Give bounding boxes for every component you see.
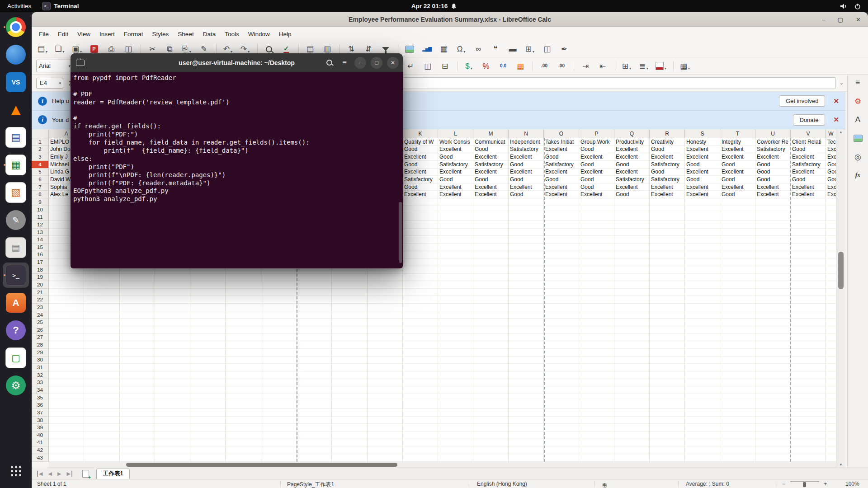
cell-A39[interactable]: [49, 424, 84, 432]
cell-Q1[interactable]: Productivity: [614, 138, 650, 146]
cell-I21[interactable]: [332, 289, 367, 296]
cell-A32[interactable]: [49, 371, 84, 379]
cell-M43[interactable]: [473, 454, 509, 462]
cell-V22[interactable]: [791, 296, 826, 304]
cell-W27[interactable]: [826, 334, 836, 342]
cell-M11[interactable]: [473, 213, 509, 221]
cell-O33[interactable]: [544, 379, 579, 387]
cell-M33[interactable]: [473, 379, 509, 387]
cell-N3[interactable]: Excellent: [509, 153, 544, 161]
cell-U32[interactable]: [755, 371, 791, 379]
search-icon[interactable]: [324, 57, 335, 68]
zoom-level-label[interactable]: 100%: [845, 481, 859, 487]
cell-U36[interactable]: [755, 401, 791, 409]
cell-F21[interactable]: [226, 289, 261, 296]
cell-L28[interactable]: [438, 341, 473, 349]
cell-A36[interactable]: [49, 401, 84, 409]
cell-P25[interactable]: [579, 319, 614, 326]
wrap-text-icon[interactable]: ↵: [404, 60, 417, 72]
cell-S35[interactable]: [685, 394, 720, 402]
cell-T15[interactable]: [720, 244, 755, 251]
row-header-15[interactable]: 15: [32, 244, 49, 251]
cell-Q12[interactable]: [614, 221, 650, 229]
cell-U27[interactable]: [755, 334, 791, 342]
row-header-10[interactable]: 10: [32, 206, 49, 214]
cell-M35[interactable]: [473, 394, 509, 402]
cell-Q39[interactable]: [614, 424, 650, 432]
cell-K14[interactable]: [403, 236, 438, 244]
cell-M27[interactable]: [473, 334, 509, 342]
cell-P5[interactable]: Excellent: [579, 169, 614, 176]
cell-L10[interactable]: [438, 206, 473, 214]
cell-E19[interactable]: [190, 274, 226, 282]
row-header-30[interactable]: 30: [32, 357, 49, 364]
cell-F33[interactable]: [226, 379, 261, 387]
cell-N28[interactable]: [509, 341, 544, 349]
cell-W30[interactable]: [826, 357, 836, 364]
cell-G20[interactable]: [261, 281, 297, 289]
cell-Q17[interactable]: [614, 258, 650, 266]
system-tray[interactable]: [840, 3, 868, 9]
cell-P37[interactable]: [579, 409, 614, 417]
cell-P23[interactable]: [579, 304, 614, 311]
cell-I29[interactable]: [332, 349, 367, 357]
cell-F28[interactable]: [226, 341, 261, 349]
cell-M40[interactable]: [473, 432, 509, 439]
cell-Q30[interactable]: [614, 357, 650, 364]
next-sheet-icon[interactable]: ▶: [57, 471, 61, 477]
cell-H31[interactable]: [297, 364, 332, 371]
sheet-tab-active[interactable]: 工作表1: [96, 469, 130, 479]
cell-P38[interactable]: [579, 417, 614, 424]
show-draw-functions-icon[interactable]: ✒: [558, 43, 571, 55]
cell-V37[interactable]: [791, 409, 826, 417]
menu-window[interactable]: Window: [244, 29, 274, 39]
column-header-U[interactable]: U: [755, 129, 791, 138]
cell-W29[interactable]: [826, 349, 836, 357]
cell-S30[interactable]: [685, 357, 720, 364]
cell-M26[interactable]: [473, 326, 509, 334]
cell-M29[interactable]: [473, 349, 509, 357]
cell-A22[interactable]: [49, 296, 84, 304]
cell-R24[interactable]: [650, 311, 685, 319]
cell-L2[interactable]: Excellent: [438, 146, 473, 154]
row-header-22[interactable]: 22: [32, 296, 49, 304]
row-header-7[interactable]: 7: [32, 183, 49, 191]
row-header-12[interactable]: 12: [32, 221, 49, 229]
cell-E27[interactable]: [190, 334, 226, 342]
cell-W14[interactable]: [826, 236, 836, 244]
cell-L32[interactable]: [438, 371, 473, 379]
cell-N26[interactable]: [509, 326, 544, 334]
cell-U17[interactable]: [755, 258, 791, 266]
cell-L20[interactable]: [438, 281, 473, 289]
cell-R11[interactable]: [650, 213, 685, 221]
cell-J19[interactable]: [368, 274, 403, 282]
cell-P26[interactable]: [579, 326, 614, 334]
cell-V40[interactable]: [791, 432, 826, 439]
cell-Q18[interactable]: [614, 266, 650, 274]
row-header-43[interactable]: 43: [32, 454, 49, 462]
cell-T28[interactable]: [720, 341, 755, 349]
cell-N14[interactable]: [509, 236, 544, 244]
cell-D37[interactable]: [155, 409, 190, 417]
cell-W31[interactable]: [826, 364, 836, 371]
cell-A38[interactable]: [49, 417, 84, 424]
cell-R7[interactable]: Excellent: [650, 183, 685, 191]
cell-V19[interactable]: [791, 274, 826, 282]
cell-W11[interactable]: [826, 213, 836, 221]
cell-R30[interactable]: [650, 357, 685, 364]
cell-I36[interactable]: [332, 401, 367, 409]
cell-K32[interactable]: [403, 371, 438, 379]
cell-C20[interactable]: [120, 281, 155, 289]
cell-M15[interactable]: [473, 244, 509, 251]
cell-O20[interactable]: [544, 281, 579, 289]
cell-U42[interactable]: [755, 446, 791, 454]
cell-O30[interactable]: [544, 357, 579, 364]
cell-B28[interactable]: [84, 341, 119, 349]
cell-H23[interactable]: [297, 304, 332, 311]
cell-V33[interactable]: [791, 379, 826, 387]
cell-C35[interactable]: [120, 394, 155, 402]
cell-W26[interactable]: [826, 326, 836, 334]
cell-V34[interactable]: [791, 386, 826, 394]
select-all-corner[interactable]: [32, 129, 49, 138]
cell-T31[interactable]: [720, 364, 755, 371]
